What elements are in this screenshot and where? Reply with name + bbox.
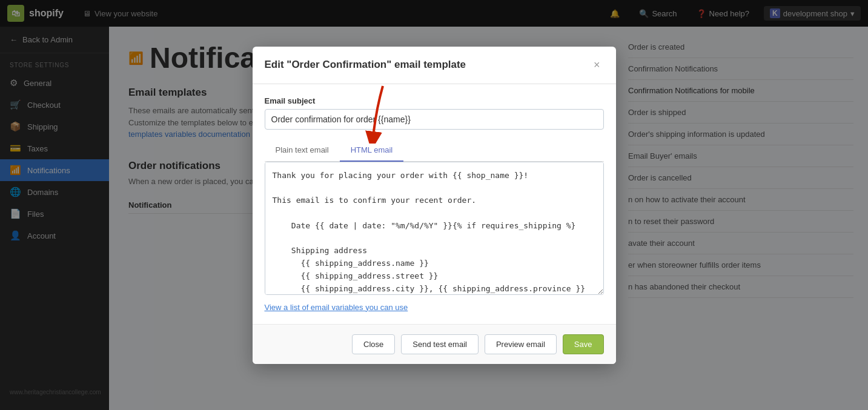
modal-title: Edit "Order Confirmation" email template [265, 59, 466, 71]
modal-header: Edit "Order Confirmation" email template… [253, 47, 616, 84]
save-button[interactable]: Save [563, 334, 604, 354]
modal-footer: Close Send test email Preview email Save [253, 324, 616, 364]
email-body-textarea[interactable]: Thank you for placing your order with {{… [265, 162, 604, 295]
tab-bar: Plain text email HTML email [265, 139, 604, 162]
close-button[interactable]: Close [352, 334, 395, 354]
modal-dialog: Edit "Order Confirmation" email template… [253, 47, 616, 364]
email-subject-input[interactable] [265, 109, 604, 130]
modal-body: Email subject Plain text email HTML emai… [253, 84, 616, 324]
variables-link[interactable]: View a list of email variables you can u… [265, 303, 408, 312]
modal-close-button[interactable]: × [590, 58, 604, 73]
tab-html-email[interactable]: HTML email [340, 139, 404, 162]
modal-overlay[interactable]: Edit "Order Confirmation" email template… [0, 0, 868, 410]
send-test-email-button[interactable]: Send test email [401, 334, 479, 354]
tab-plain-text[interactable]: Plain text email [265, 139, 340, 162]
preview-email-button[interactable]: Preview email [485, 334, 557, 354]
email-subject-label: Email subject [265, 96, 604, 105]
